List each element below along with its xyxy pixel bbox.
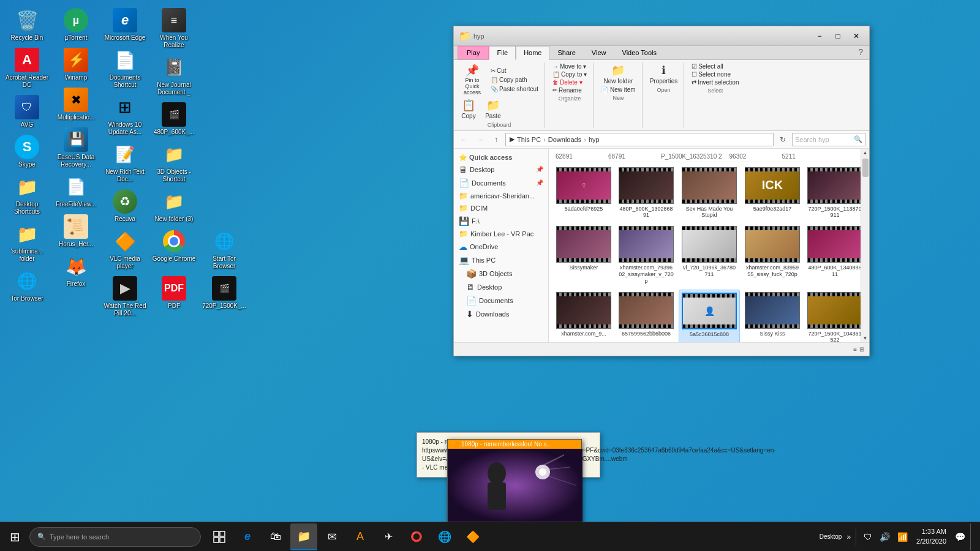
- windows10-update-icon[interactable]: ⊞ Windows 10 Update As...: [101, 90, 149, 136]
- copy-to-button[interactable]: 📋 Copy to ▾: [550, 70, 589, 78]
- taskbar-origin-button[interactable]: ⭕: [403, 523, 430, 550]
- sidebar-item-desktop[interactable]: 🖥 Desktop 📌: [454, 163, 548, 176]
- delete-button[interactable]: 🗑 Delete ▾: [550, 78, 585, 86]
- pdf-icon[interactable]: PDF PDF: [150, 271, 198, 310]
- firefox-icon[interactable]: 🦊 Firefox: [52, 249, 100, 288]
- sublimina-folder-icon[interactable]: 📁 'sublimina... folder: [3, 217, 51, 263]
- taskbar-expand-icon[interactable]: »: [846, 533, 851, 541]
- sidebar-item-3d-objects[interactable]: 📦 3D Objects: [454, 267, 548, 280]
- taskbar-desktop-label[interactable]: Desktop: [817, 532, 845, 541]
- taskbar-search[interactable]: 🔍 Type here to search: [29, 527, 201, 547]
- scroll-thumb[interactable]: [862, 159, 869, 177]
- file-item-f11[interactable]: xhamster.com_9...: [554, 290, 614, 342]
- task-view-button[interactable]: [206, 523, 233, 550]
- forward-button[interactable]: →: [473, 133, 487, 146]
- tab-view[interactable]: View: [584, 46, 614, 59]
- file-item-f10[interactable]: 480P_600K_134089811: [805, 223, 861, 287]
- paste-shortcut-button[interactable]: 📎 Paste shortcut: [488, 85, 541, 93]
- col-p1500k[interactable]: P_1500K_16325310 2: [659, 152, 724, 160]
- taskbar-tripadvisor-button[interactable]: ✈: [375, 523, 402, 550]
- taskbar-store-button[interactable]: 🛍: [262, 523, 289, 550]
- sidebar-item-kimber[interactable]: 📁 Kimber Lee - VR Pac: [454, 228, 548, 240]
- sidebar-item-onedrive[interactable]: ☁ OneDrive: [454, 240, 548, 253]
- sidebar-item-downloads[interactable]: ⬇ Downloads: [454, 307, 548, 321]
- new-folder-button[interactable]: 📁 New folder: [598, 62, 638, 86]
- freefileview-icon[interactable]: 📄 FreeFileView...: [52, 170, 100, 208]
- taskbar-file-explorer-button[interactable]: 📁: [290, 523, 317, 550]
- tab-home[interactable]: Home: [516, 46, 549, 60]
- vlc-icon[interactable]: 🔶 VLC media player: [101, 224, 149, 270]
- copy-path-button[interactable]: 📋 Copy path: [488, 76, 541, 84]
- file-item-f4[interactable]: ICK 5ae9f0e32ad17: [742, 165, 802, 222]
- move-to-button[interactable]: → Move to ▾: [550, 62, 589, 70]
- 480p-icon[interactable]: 🎬 480P_600K_...: [150, 97, 198, 136]
- view-toggle-grid[interactable]: ⊞: [859, 346, 864, 353]
- address-path[interactable]: ▶ This PC › Downloads › hyp: [505, 133, 774, 146]
- edge-icon[interactable]: e Microsoft Edge: [101, 3, 149, 42]
- back-button[interactable]: ←: [458, 133, 471, 146]
- refresh-button[interactable]: ↻: [776, 133, 790, 146]
- action-center-icon[interactable]: 💬: [952, 531, 968, 543]
- col-62891[interactable]: 62891: [554, 152, 603, 160]
- copy-button[interactable]: 📋 Copy: [458, 97, 480, 121]
- paste-button[interactable]: 📁 Paste: [482, 97, 504, 121]
- file-item-f8[interactable]: vl_720_1096k_36780711: [679, 223, 740, 287]
- taskbar-browser-button[interactable]: 🌐: [431, 523, 458, 550]
- select-none-button[interactable]: ☐ Select none: [689, 70, 741, 78]
- file-item-f14[interactable]: Sissy Kiss: [742, 290, 802, 342]
- acrobat-icon[interactable]: A Acrobat Reader DC: [3, 43, 51, 89]
- recycle-bin-icon[interactable]: 🗑️ Recycle Bin: [3, 3, 51, 42]
- tray-network-icon[interactable]: 📶: [895, 531, 910, 543]
- pin-to-quick-button[interactable]: 📌 Pin to Quick access: [458, 62, 487, 97]
- sidebar-item-dcim[interactable]: 📁 DCIM: [454, 202, 548, 214]
- start-tor-icon[interactable]: 🌐 Start Tor Browser: [200, 224, 248, 270]
- search-box[interactable]: Search hyp 🔍: [792, 133, 865, 146]
- start-button[interactable]: ⊞: [0, 522, 29, 552]
- invert-selection-button[interactable]: ⇄ Invert selection: [689, 78, 741, 86]
- tab-play[interactable]: Play: [458, 46, 489, 59]
- file-item-f1[interactable]: ♀ 5ada0efd76925: [554, 165, 614, 222]
- sidebar-item-fdrive[interactable]: 💾 F:\: [454, 214, 548, 228]
- help-button[interactable]: ?: [854, 46, 867, 59]
- scroll-up-arrow[interactable]: ▲: [861, 149, 870, 157]
- google-chrome-icon[interactable]: Google Chrome: [150, 224, 198, 270]
- documents-shortcut-icon[interactable]: 📄 Documents Shortcut: [101, 43, 149, 89]
- file-item-f12[interactable]: 657599562bb6b006: [616, 290, 676, 342]
- file-item-f9[interactable]: xhamster.com_8395955_sissy_fuck_720p: [742, 223, 802, 287]
- properties-button[interactable]: ℹ Properties: [647, 62, 680, 86]
- close-button[interactable]: ✕: [848, 30, 864, 42]
- col-68791[interactable]: 68791: [606, 152, 655, 160]
- file-item-f13[interactable]: 👤 5a5c36815c808: [679, 290, 740, 342]
- file-item-f7[interactable]: xhamster.com_7939602_sissymaker_v_720p: [616, 223, 676, 287]
- 3d-objects-desktop-icon[interactable]: 📁 3D Objects - Shortcut: [150, 137, 198, 183]
- sidebar-item-documents[interactable]: 📄 Documents 📌: [454, 176, 548, 190]
- when-you-realize-icon[interactable]: ≡ When You Realize: [150, 3, 198, 49]
- file-item-f2[interactable]: 480P_600K_1302868 91: [616, 165, 676, 222]
- multiplication-icon[interactable]: ✖ Multiplicatio...: [52, 83, 100, 121]
- up-button[interactable]: ↑: [489, 133, 503, 146]
- tab-file[interactable]: File: [489, 46, 516, 60]
- file-item-f5[interactable]: 720P_1500K_113879911: [805, 165, 861, 222]
- taskbar-mail-button[interactable]: ✉: [318, 523, 345, 550]
- scroll-down-arrow[interactable]: ▼: [861, 334, 870, 342]
- taskbar-vlc-button[interactable]: 🔶: [459, 523, 486, 550]
- sidebar-item-documents-pc[interactable]: 📄 Documents: [454, 294, 548, 307]
- new-rich-text-icon[interactable]: 📝 New Rich Text Doc...: [101, 137, 149, 183]
- skype-icon[interactable]: S Skype: [3, 130, 51, 168]
- sidebar-item-desktop-pc[interactable]: 🖥 Desktop: [454, 280, 548, 294]
- col-96302[interactable]: 96302: [728, 152, 777, 160]
- vertical-scrollbar[interactable]: ▲ ▼: [861, 149, 869, 342]
- view-toggle-list[interactable]: ≡: [853, 346, 857, 353]
- avg-icon[interactable]: 🛡 AVG: [3, 90, 51, 129]
- taskbar-amazon-button[interactable]: A: [347, 523, 374, 550]
- 720p-1500k-icon[interactable]: 🎬 720P_1500K_...: [200, 271, 248, 310]
- show-desktop-button[interactable]: [970, 523, 975, 550]
- tray-antivirus-icon[interactable]: 🛡: [861, 531, 875, 543]
- file-item-f6[interactable]: Sissymaker: [554, 223, 614, 287]
- tray-volume-icon[interactable]: 🔊: [877, 531, 892, 543]
- select-all-button[interactable]: ☑ Select all: [689, 62, 741, 70]
- sidebar-item-this-pc[interactable]: 💻 This PC: [454, 253, 548, 267]
- recuva-icon[interactable]: ♻ Recuva: [101, 184, 149, 223]
- tor-browser-icon[interactable]: 🌐 Tor Browser: [3, 264, 51, 302]
- desktop-shortcuts-icon[interactable]: 📁 Desktop Shortcuts: [3, 170, 51, 216]
